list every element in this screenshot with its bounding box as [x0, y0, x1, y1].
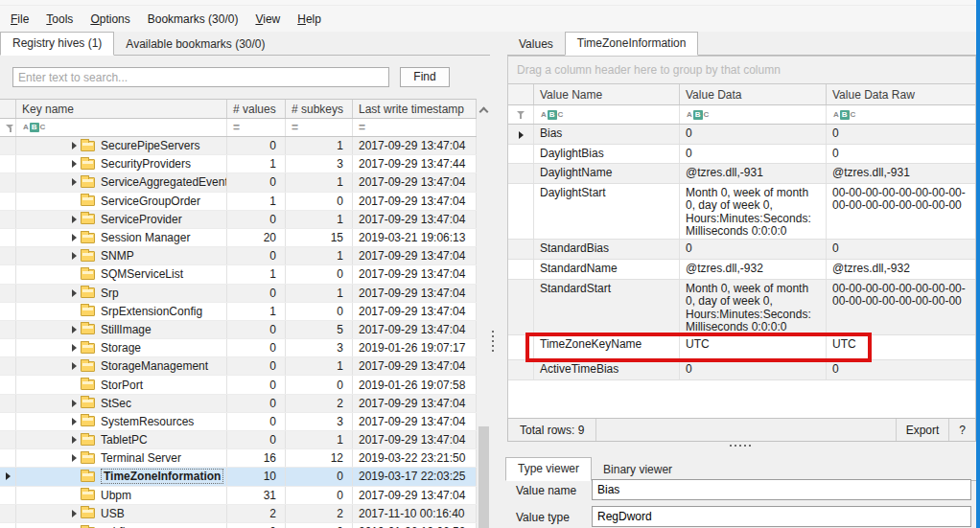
column-header[interactable]: # values	[227, 100, 286, 118]
num-values-cell: 1	[227, 155, 286, 172]
registry-key-row[interactable]: Srp012017-09-29 13:47:04	[0, 285, 477, 303]
expand-chevron-icon[interactable]	[72, 362, 77, 370]
registry-key-row[interactable]: ServiceAggregatedEvents012017-09-29 13:4…	[0, 173, 477, 192]
menu-item[interactable]: Options	[82, 9, 138, 30]
folder-icon	[81, 177, 95, 188]
column-header[interactable]: Value Data	[680, 84, 827, 104]
registry-key-row[interactable]: TimeZoneInformation1002019-03-17 22:03:2…	[0, 468, 477, 486]
expand-chevron-icon[interactable]	[72, 326, 77, 333]
registry-key-row[interactable]: SrpExtensionConfig102017-09-29 13:47:04	[0, 303, 477, 321]
expand-chevron-icon[interactable]	[72, 454, 77, 462]
value-row[interactable]: Bias00	[508, 125, 975, 145]
menu-item[interactable]: Bookmarks (30/0)	[139, 9, 247, 30]
expand-chevron-icon[interactable]	[72, 400, 77, 407]
expand-chevron-icon[interactable]	[72, 252, 77, 260]
viewer-tab-0[interactable]: Type viewer	[505, 457, 592, 481]
value-row[interactable]: ActiveTimeBias00	[508, 360, 975, 380]
hives-tab-1[interactable]: Available bookmarks (30/0)	[114, 34, 276, 56]
registry-key-row[interactable]: usbflags002019-01-26 19:06:52	[0, 523, 477, 528]
values-tab-0[interactable]: Values	[507, 34, 565, 56]
value-row[interactable]: StandardBias00	[508, 240, 975, 260]
value-row[interactable]: TimeZoneKeyNameUTCUTC	[508, 335, 975, 360]
registry-key-row[interactable]: SNMP012017-09-29 13:47:04	[0, 247, 477, 265]
folder-icon	[81, 490, 95, 500]
viewer-tab-1[interactable]: Binary viewer	[592, 459, 684, 481]
last-write-cell: 2017-09-29 13:47:04	[353, 193, 477, 210]
search-input[interactable]	[12, 67, 389, 87]
help-button[interactable]: ?	[948, 419, 975, 441]
value-row[interactable]: DaylightStartMonth 0, week of month 0, d…	[508, 184, 975, 240]
value-type-field[interactable]	[592, 506, 971, 527]
expand-chevron-icon[interactable]	[72, 142, 77, 149]
column-header[interactable]: Last write timestamp	[353, 100, 477, 118]
registry-key-row[interactable]: StillImage052017-09-29 13:47:04	[0, 321, 477, 339]
num-subkeys-cell: 3	[286, 155, 353, 172]
registry-key-row[interactable]: SQMServiceList102017-09-29 13:47:04	[0, 265, 477, 284]
column-header[interactable]: Key name	[16, 100, 227, 118]
column-header[interactable]: Value Data Raw	[827, 84, 976, 104]
num-subkeys-cell: 12	[286, 449, 353, 467]
abc-filter-icon: ABC	[540, 110, 564, 120]
column-header[interactable]: Value Name	[534, 84, 680, 104]
expand-chevron-icon[interactable]	[72, 418, 77, 425]
expand-chevron-icon[interactable]	[72, 436, 77, 444]
expand-chevron-icon[interactable]	[72, 234, 77, 241]
expand-chevron-icon[interactable]	[72, 344, 77, 352]
expand-chevron-icon[interactable]	[72, 216, 77, 223]
expand-chevron-icon[interactable]	[72, 289, 77, 297]
find-button[interactable]: Find	[400, 67, 450, 87]
scrollbar-thumb[interactable]	[478, 426, 489, 528]
last-write-cell: 2019-03-21 19:06:13	[353, 229, 477, 246]
value-row[interactable]: StandardName@tzres.dll,-932@tzres.dll,-9…	[508, 260, 975, 280]
scroll-up-icon[interactable]	[479, 107, 489, 117]
registry-key-row[interactable]: StorageManagement012017-09-29 13:47:04	[0, 357, 477, 376]
registry-keys-grid: Key name# values# subkeysLast write time…	[0, 99, 477, 528]
values-tab-1[interactable]: TimeZoneInformation	[565, 32, 699, 56]
menu-item[interactable]: Tools	[37, 9, 82, 30]
num-values-cell: 0	[227, 431, 286, 448]
group-by-bar[interactable]: Drag a column header here to group by th…	[507, 56, 976, 84]
registry-key-row[interactable]: SystemResources032017-09-29 13:47:04	[0, 413, 477, 431]
registry-key-row[interactable]: StorPort002019-01-26 19:07:58	[0, 376, 477, 394]
value-row[interactable]: DaylightBias00	[508, 145, 975, 165]
registry-key-row[interactable]: Terminal Server16122019-03-22 23:21:50	[0, 449, 477, 468]
registry-key-row[interactable]: TabletPC012017-09-29 13:47:04	[0, 431, 477, 449]
key-name: SecurityProviders	[101, 157, 191, 171]
horizontal-splitter[interactable]	[730, 445, 751, 447]
left-grid-scrollbar[interactable]	[478, 101, 490, 528]
registry-key-row[interactable]: SecurePipeServers012017-09-29 13:47:04	[0, 137, 477, 155]
grid-header-row: Value NameValue DataValue Data Raw	[508, 84, 975, 105]
key-name: SQMServiceList	[101, 267, 183, 281]
num-subkeys-cell: 5	[286, 321, 353, 338]
value-name-field[interactable]	[592, 479, 971, 500]
registry-key-row[interactable]: Ubpm3102017-09-29 13:47:04	[0, 487, 477, 505]
value-row[interactable]: DaylightName@tzres.dll,-931@tzres.dll,-9…	[508, 164, 975, 184]
registry-key-row[interactable]: StSec022017-09-29 13:47:04	[0, 395, 477, 413]
expand-chevron-icon[interactable]	[72, 160, 77, 168]
registry-key-row[interactable]: ServiceGroupOrder102017-09-29 13:47:04	[0, 193, 477, 211]
value-data-raw-cell: 00-00-00-00-00-00-00-00-00-00-00-00-00-0…	[827, 280, 976, 334]
value-data-raw-cell: @tzres.dll,-932	[827, 260, 976, 279]
registry-key-row[interactable]: Storage032019-01-26 19:07:17	[0, 339, 477, 357]
menu-item[interactable]: View	[246, 9, 289, 30]
registry-key-row[interactable]: Session Manager20152019-03-21 19:06:13	[0, 229, 477, 247]
funnel-icon	[517, 110, 525, 119]
num-subkeys-cell: 15	[286, 229, 353, 246]
window-resize-border[interactable]	[976, 0, 980, 528]
key-name: Session Manager	[101, 231, 190, 244]
vertical-splitter[interactable]	[492, 331, 494, 352]
menu-item[interactable]: Help	[289, 9, 330, 30]
menu-item[interactable]: File	[2, 9, 37, 30]
registry-key-row[interactable]: USB222017-11-10 00:16:40	[0, 505, 477, 523]
registry-key-row[interactable]: SecurityProviders132017-09-29 13:47:44	[0, 155, 477, 173]
expand-chevron-icon[interactable]	[72, 510, 77, 517]
value-row[interactable]: StandardStartMonth 0, week of month 0, d…	[508, 280, 975, 335]
num-values-cell: 0	[227, 211, 286, 228]
export-button[interactable]: Export	[896, 419, 949, 441]
num-values-cell: 0	[227, 413, 286, 430]
expand-chevron-icon[interactable]	[72, 178, 77, 186]
folder-icon	[81, 269, 95, 280]
registry-key-row[interactable]: ServiceProvider012017-09-29 13:47:04	[0, 211, 477, 229]
hives-tab-0[interactable]: Registry hives (1)	[0, 32, 114, 56]
column-header[interactable]: # subkeys	[286, 100, 353, 118]
